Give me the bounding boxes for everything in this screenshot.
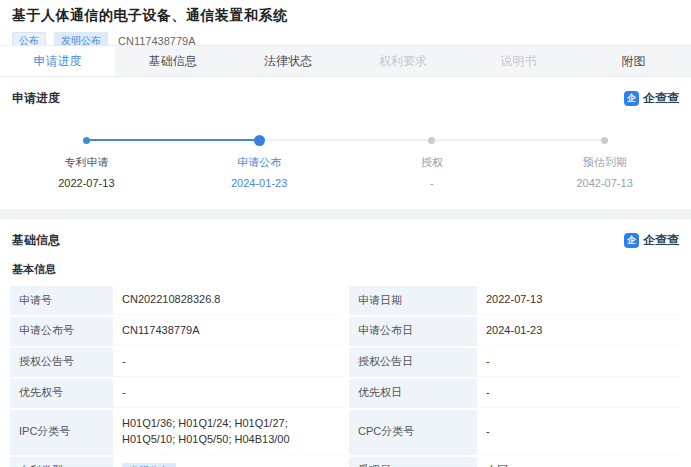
row-label: 申请日期 (349, 286, 477, 315)
timeline-step-date: 2022-07-13 (58, 177, 114, 189)
row-value: 2024-01-23 (477, 317, 681, 346)
qichacha-logo-icon: 企 (624, 91, 639, 106)
timeline-step-name: 预估到期 (583, 155, 627, 170)
row-value: CN117438779A (113, 317, 343, 346)
timeline-step-name: 授权 (421, 155, 443, 170)
timeline-step-date: 2042-07-13 (576, 177, 632, 189)
section-divider (0, 209, 691, 219)
row-label: 专利类型 (10, 457, 113, 467)
tab-basic-info[interactable]: 基础信息 (115, 46, 230, 76)
row-value: - (113, 348, 343, 377)
page-title: 基于人体通信的电子设备、通信装置和系统 (12, 7, 679, 25)
timeline-step-grant: 授权 - (346, 134, 519, 189)
timeline-step-filing: 专利申请 2022-07-13 (0, 134, 173, 189)
timeline-step-expiry: 预估到期 2042-07-13 (518, 134, 691, 189)
qichacha-watermark: 企 企查查 (624, 90, 679, 107)
tab-claims: 权利要求 (346, 46, 461, 76)
row-value: - (477, 348, 681, 377)
row-label: 授权公告号 (10, 348, 113, 377)
row-label: 申请公布日 (349, 317, 477, 346)
timeline-step-publication: 申请公布 2024-01-23 (173, 134, 346, 189)
row-label: 申请公布号 (10, 317, 113, 346)
application-progress-section: 申请进度 企 企查查 专利申请 2022-07-13 申请公布 2024-01-… (0, 77, 691, 209)
timeline-step-name: 申请公布 (237, 155, 281, 170)
qichacha-logo-text: 企查查 (643, 90, 679, 107)
timeline-step-date: 2024-01-23 (231, 177, 287, 189)
timeline-dot (428, 137, 435, 144)
basic-section-title: 基础信息 (12, 232, 60, 249)
row-value: 发明公布 (113, 457, 343, 467)
row-label: CPC分类号 (349, 410, 477, 455)
tab-legal-status[interactable]: 法律状态 (230, 46, 345, 76)
timeline-step-name: 专利申请 (64, 155, 108, 170)
qichacha-logo-icon: 企 (624, 233, 639, 248)
timeline-dot (83, 137, 90, 144)
patent-header: 基于人体通信的电子设备、通信装置和系统 公布 发明公布 CN117438779A (0, 0, 691, 45)
qichacha-logo-text: 企查查 (643, 232, 679, 249)
basic-section-header: 基础信息 企 企查查 (0, 219, 691, 249)
patent-type-badge: 发明公布 (122, 463, 176, 467)
table-row-publication-number: 申请公布号 CN117438779A 申请公布日 2024-01-23 (10, 317, 681, 346)
basic-info-section: 基础信息 企 企查查 基本信息 申请号 CN202210828326.8 申请日… (0, 219, 691, 467)
patent-number: CN117438779A (118, 35, 195, 47)
row-label: 受理局 (349, 457, 477, 467)
table-row-grant-number: 授权公告号 - 授权公告日 - (10, 348, 681, 377)
table-row-priority-number: 优先权号 - 优先权日 - (10, 379, 681, 408)
basic-info-subheader: 基本信息 (0, 249, 691, 286)
row-value: 2022-07-13 (477, 286, 681, 315)
row-value: - (113, 379, 343, 408)
row-label: 优先权号 (10, 379, 113, 408)
row-value: 中国 (477, 457, 681, 467)
tab-specification: 说明书 (461, 46, 576, 76)
row-label: 申请号 (10, 286, 113, 315)
progress-section-header: 申请进度 企 企查查 (0, 77, 691, 107)
table-row-patent-type: 专利类型 发明公布 受理局 中国 (10, 457, 681, 467)
row-value: CN202210828326.8 (113, 286, 343, 315)
tab-application-progress[interactable]: 申请进度 (0, 46, 115, 76)
row-value: - (477, 379, 681, 408)
timeline-step-date: - (430, 177, 434, 189)
row-value: H01Q1/36; H01Q1/24; H01Q1/27; H01Q5/10; … (113, 410, 343, 455)
basic-info-table: 申请号 CN202210828326.8 申请日期 2022-07-13 申请公… (10, 286, 681, 467)
progress-timeline: 专利申请 2022-07-13 申请公布 2024-01-23 授权 - 预估到… (0, 134, 691, 209)
row-label: 优先权日 (349, 379, 477, 408)
timeline-dot (601, 137, 608, 144)
tab-drawings[interactable]: 附图 (576, 46, 691, 76)
row-label: 授权公告日 (349, 348, 477, 377)
table-row-application-number: 申请号 CN202210828326.8 申请日期 2022-07-13 (10, 286, 681, 315)
timeline-dot (254, 135, 265, 146)
qichacha-watermark: 企 企查查 (624, 232, 679, 249)
tab-bar: 申请进度 基础信息 法律状态 权利要求 说明书 附图 (0, 45, 691, 77)
table-row-ipc-class: IPC分类号 H01Q1/36; H01Q1/24; H01Q1/27; H01… (10, 410, 681, 455)
progress-section-title: 申请进度 (12, 90, 60, 107)
row-label: IPC分类号 (10, 410, 113, 455)
row-value: - (477, 410, 681, 455)
